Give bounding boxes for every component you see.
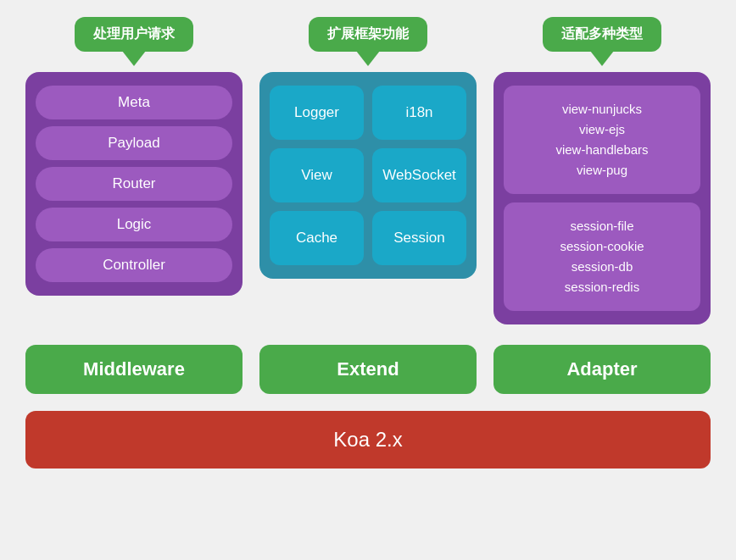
adapter-view-group: view-nunjucks view-ejs view-handlebars v…: [504, 86, 700, 194]
extend-column: 扩展框架功能 Logger i18n View WebSocket Cache …: [259, 17, 477, 324]
middleware-items: Meta Payload Router Logic Controller: [36, 86, 232, 282]
mw-logic: Logic: [36, 208, 232, 241]
ext-i18n: i18n: [372, 86, 466, 140]
adapter-items: view-nunjucks view-ejs view-handlebars v…: [504, 86, 700, 311]
diagram: 处理用户请求 Meta Payload Router Logic Control…: [0, 0, 736, 560]
ext-websocket: WebSocket: [372, 148, 466, 202]
middleware-column: 处理用户请求 Meta Payload Router Logic Control…: [25, 17, 243, 324]
adapter-session-group: session-file session-cookie session-db s…: [504, 202, 700, 311]
mw-router: Router: [36, 167, 232, 201]
ext-logger: Logger: [270, 86, 364, 140]
mw-meta: Meta: [36, 86, 232, 119]
extend-bubble: 扩展框架功能: [309, 17, 427, 52]
top-row: 处理用户请求 Meta Payload Router Logic Control…: [25, 17, 711, 324]
extend-label: Extend: [259, 345, 477, 394]
ext-session: Session: [372, 211, 466, 265]
middleware-box: Meta Payload Router Logic Controller: [25, 72, 243, 296]
koa-box: Koa 2.x: [25, 411, 711, 469]
extend-box: Logger i18n View WebSocket Cache Session: [259, 72, 477, 279]
mw-controller: Controller: [36, 248, 232, 282]
ext-view: View: [270, 148, 364, 202]
middleware-label: Middleware: [25, 345, 243, 394]
label-row: Middleware Extend Adapter: [25, 345, 711, 394]
ext-cache: Cache: [270, 211, 364, 265]
adapter-box: view-nunjucks view-ejs view-handlebars v…: [493, 72, 711, 324]
adapter-column: 适配多种类型 view-nunjucks view-ejs view-handl…: [493, 17, 711, 324]
adapter-bubble: 适配多种类型: [543, 17, 661, 52]
extend-grid: Logger i18n View WebSocket Cache Session: [270, 86, 466, 265]
mw-payload: Payload: [36, 126, 232, 160]
middleware-bubble: 处理用户请求: [75, 17, 193, 52]
adapter-label: Adapter: [493, 345, 711, 394]
